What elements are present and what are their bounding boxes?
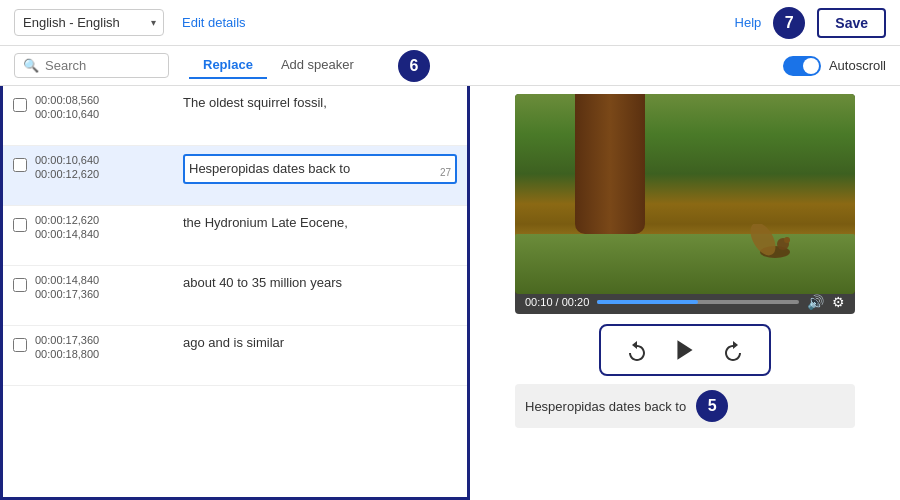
time-group: 00:00:08,560 00:00:10,640 [35, 94, 175, 120]
time-end: 00:00:14,840 [35, 228, 175, 240]
top-toolbar: English - English ▾ Edit details Help 7 … [0, 0, 900, 46]
table-row: 00:00:12,620 00:00:14,840 the Hydronium … [3, 206, 467, 266]
time-start: 00:00:08,560 [35, 94, 175, 106]
forward-icon [721, 338, 745, 362]
edit-details-link[interactable]: Edit details [182, 15, 246, 30]
subtitle-text[interactable]: the Hydronium Late Eocene, [183, 214, 457, 232]
rewind-button[interactable] [621, 334, 653, 366]
table-row: 00:00:17,360 00:00:18,800 ago and is sim… [3, 326, 467, 386]
squirrel-icon [745, 224, 795, 259]
tab-group: Replace Add speaker [189, 52, 368, 79]
video-progress-bar[interactable] [597, 300, 799, 304]
step-5-badge: 5 [696, 390, 728, 422]
tree-trunk-visual [575, 94, 645, 234]
time-start: 00:00:12,620 [35, 214, 175, 226]
svg-marker-4 [677, 340, 692, 360]
table-row: 00:00:14,840 00:00:17,360 about 40 to 35… [3, 266, 467, 326]
subtitle-text[interactable]: about 40 to 35 million years [183, 274, 457, 292]
toolbar-right: Help 7 Save [735, 7, 886, 39]
row-checkbox[interactable] [13, 218, 27, 232]
playback-controls [599, 324, 771, 376]
video-progress-fill [597, 300, 698, 304]
subtitle-text[interactable]: The oldest squirrel fossil, [183, 94, 457, 112]
time-group: 00:00:12,620 00:00:14,840 [35, 214, 175, 240]
current-subtitle-text: Hesperopidas dates back to [525, 399, 686, 414]
save-button[interactable]: Save [817, 8, 886, 38]
current-time: 00:10 [525, 296, 553, 308]
char-count: 27 [440, 166, 451, 180]
tab-replace[interactable]: Replace [189, 52, 267, 79]
time-start: 00:00:17,360 [35, 334, 175, 346]
search-box: 🔍 [14, 53, 169, 78]
video-panel: 00:10 / 00:20 🔊 ⚙ [470, 86, 900, 500]
play-button[interactable] [669, 334, 701, 366]
forward-button[interactable] [717, 334, 749, 366]
current-subtitle-display: Hesperopidas dates back to 5 [515, 384, 855, 428]
autoscroll-container: Autoscroll [783, 56, 886, 76]
row-checkbox[interactable] [13, 98, 27, 112]
time-end: 00:00:10,640 [35, 108, 175, 120]
time-end: 00:00:12,620 [35, 168, 175, 180]
total-time: 00:20 [562, 296, 590, 308]
time-group: 00:00:14,840 00:00:17,360 [35, 274, 175, 300]
subtitle-panel: 00:00:08,560 00:00:10,640 The oldest squ… [0, 86, 470, 500]
step-6-badge: 6 [398, 50, 430, 82]
time-group: 00:00:17,360 00:00:18,800 [35, 334, 175, 360]
search-icon: 🔍 [23, 58, 39, 73]
time-group: 00:00:10,640 00:00:12,620 [35, 154, 175, 180]
language-select-wrapper: English - English ▾ [14, 9, 164, 36]
main-content: 00:00:08,560 00:00:10,640 The oldest squ… [0, 86, 900, 500]
settings-icon[interactable]: ⚙ [832, 294, 845, 310]
ground-visual [515, 234, 855, 294]
volume-icon[interactable]: 🔊 [807, 294, 824, 310]
autoscroll-toggle[interactable] [783, 56, 821, 76]
video-time-display: 00:10 / 00:20 [525, 296, 589, 308]
table-row: 00:00:08,560 00:00:10,640 The oldest squ… [3, 86, 467, 146]
language-select[interactable]: English - English [14, 9, 164, 36]
step-7-badge: 7 [773, 7, 805, 39]
subtitle-text-editing[interactable]: Hesperopidas dates back to 27 [183, 154, 457, 184]
svg-point-3 [784, 237, 790, 243]
autoscroll-label: Autoscroll [829, 58, 886, 73]
subtitle-text[interactable]: ago and is similar [183, 334, 457, 352]
time-end: 00:00:18,800 [35, 348, 175, 360]
sub-toolbar: 🔍 Replace Add speaker 6 Autoscroll [0, 46, 900, 86]
table-row: 00:00:10,640 00:00:12,620 Hesperopidas d… [3, 146, 467, 206]
video-container[interactable] [515, 94, 855, 294]
row-checkbox[interactable] [13, 278, 27, 292]
time-end: 00:00:17,360 [35, 288, 175, 300]
help-link[interactable]: Help [735, 15, 762, 30]
time-start: 00:00:14,840 [35, 274, 175, 286]
search-input[interactable] [45, 58, 160, 73]
play-icon [672, 337, 698, 363]
row-checkbox[interactable] [13, 158, 27, 172]
tab-add-speaker[interactable]: Add speaker [267, 52, 368, 79]
time-start: 00:00:10,640 [35, 154, 175, 166]
video-placeholder [515, 94, 855, 294]
rewind-icon [625, 338, 649, 362]
row-checkbox[interactable] [13, 338, 27, 352]
